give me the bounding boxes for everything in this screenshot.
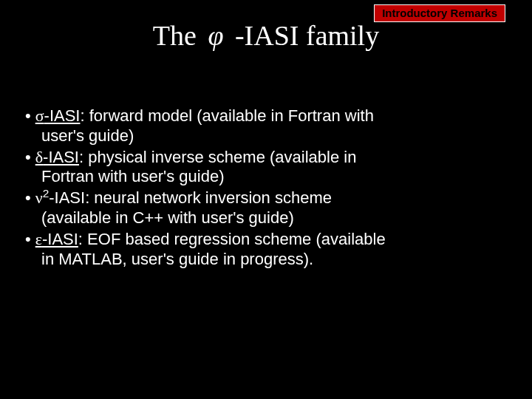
greek-nu: ν bbox=[35, 188, 43, 207]
bullet-text-cont: Fortran with user's guide) bbox=[41, 167, 225, 185]
slide-body: •σ-IASI: forward model (available in For… bbox=[25, 106, 511, 271]
label-iasi: -IASI bbox=[49, 188, 85, 207]
title-phi: φ bbox=[208, 20, 223, 51]
bullet-list: •σ-IASI: forward model (available in For… bbox=[25, 106, 511, 270]
greek-epsilon: ε bbox=[35, 230, 42, 248]
bullet-text: physical inverse scheme (available in bbox=[83, 148, 356, 166]
list-item: •ν2-IASI: neural network inversion schem… bbox=[25, 188, 511, 228]
list-item: •σ-IASI: forward model (available in For… bbox=[25, 106, 511, 146]
bullet-text-cont: in MATLAB, user's guide in progress). bbox=[41, 250, 313, 268]
label-iasi: -IASI bbox=[44, 106, 81, 125]
greek-sigma: σ bbox=[35, 106, 44, 125]
title-prefix: The bbox=[153, 19, 201, 52]
bullet-text: EOF based regression scheme (available bbox=[83, 230, 386, 248]
bullet-dot-icon: • bbox=[25, 230, 35, 248]
label-iasi: -IASI bbox=[42, 230, 78, 248]
bullet-dot-icon: • bbox=[25, 106, 35, 125]
bullet-text: forward model (available in Fortran with bbox=[85, 106, 374, 125]
greek-delta: δ bbox=[35, 148, 43, 166]
slide: Introductory Remarks The φ -IASI family … bbox=[0, 0, 532, 399]
label-iasi: -IASI bbox=[43, 148, 79, 166]
bullet-dot-icon: • bbox=[25, 148, 35, 166]
slide-title: The φ -IASI family bbox=[0, 19, 532, 52]
list-item: •δ-IASI: physical inverse scheme (availa… bbox=[25, 148, 511, 188]
title-suffix: -IASI family bbox=[231, 19, 379, 52]
bullet-text-cont: user's guide) bbox=[41, 126, 134, 145]
bullet-text-cont: (available in C++ with user's guide) bbox=[41, 208, 294, 227]
superscript-2: 2 bbox=[43, 187, 50, 200]
bullet-text: neural network inversion scheme bbox=[89, 188, 332, 207]
list-item: •ε-IASI: EOF based regression scheme (av… bbox=[25, 230, 511, 270]
bullet-dot-icon: • bbox=[25, 188, 35, 207]
